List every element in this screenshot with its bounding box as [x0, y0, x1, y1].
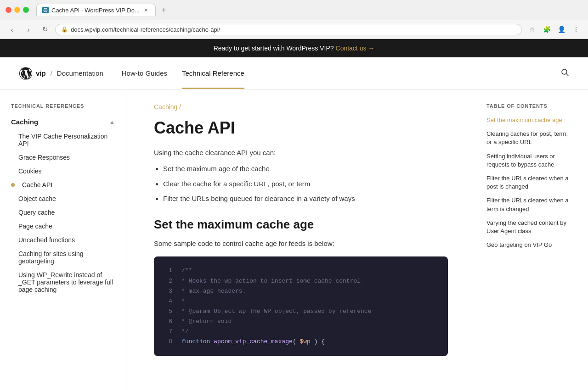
code-line-6: 6 * @return void — [165, 317, 437, 327]
code-text: * @return void — [181, 317, 232, 327]
maximize-button[interactable] — [23, 7, 29, 13]
sidebar-items: The VIP Cache Personalization API Grace … — [0, 129, 126, 296]
toc-title: TABLE OF CONTENTS — [486, 103, 575, 109]
address-bar[interactable]: 🔒 docs.wpvip.com/technical-references/ca… — [55, 24, 522, 35]
toc-link-geo-targeting[interactable]: Geo targeting on VIP Go — [486, 241, 575, 249]
code-line-4: 4 * — [165, 296, 437, 306]
breadcrumb: Caching / — [154, 103, 448, 111]
search-button[interactable] — [560, 68, 570, 78]
line-number: 6 — [165, 317, 172, 327]
browser-toolbar: ‹ › ↻ 🔒 docs.wpvip.com/technical-referen… — [0, 20, 588, 39]
toc-link-clearing-caches[interactable]: Clearing caches for post, term, or a spe… — [486, 130, 575, 146]
url-text: docs.wpvip.com/technical-references/cach… — [71, 26, 220, 33]
toc-item-1: Set the maximum cache age — [486, 116, 575, 124]
sidebar-item-page-cache[interactable]: Page cache — [18, 219, 126, 233]
feature-list: Set the maximum age of the cache Clear t… — [163, 164, 448, 204]
code-block: 1 /** 2 * Hooks the wp action to insert … — [154, 256, 448, 356]
logo-separator: / — [51, 69, 52, 77]
code-line-2: 2 * Hooks the wp action to insert some c… — [165, 276, 437, 286]
sidebar-group-label: Caching — [11, 118, 38, 126]
code-content[interactable]: 1 /** 2 * Hooks the wp action to insert … — [154, 256, 448, 356]
main-content: Caching / Cache API Using the cache clea… — [126, 89, 475, 390]
toc-link-bypass-cache[interactable]: Setting individual users or requests to … — [486, 152, 575, 169]
lock-icon: 🔒 — [61, 26, 68, 33]
sidebar-item-wp-rewrite[interactable]: Using WP_Rewrite instead of _GET paramet… — [18, 268, 126, 296]
sidebar: TECHNICAL REFERENCES Caching ▲ The VIP C… — [0, 89, 126, 390]
code-line-5: 5 * @param Object wp The WP object, pass… — [165, 306, 437, 317]
bullet-item-2: Clear the cache for a specific URL, post… — [163, 179, 448, 189]
code-line-8: 8 function wpcom_vip_cache_maxage( $wp )… — [165, 337, 437, 347]
code-text: * — [181, 296, 185, 306]
code-line-1: 1 /** — [165, 266, 437, 276]
sidebar-item-uncached-functions[interactable]: Uncached functions — [18, 233, 126, 247]
sidebar-item-object-cache[interactable]: Object cache — [18, 192, 126, 206]
sidebar-group-caching[interactable]: Caching ▲ — [0, 114, 126, 129]
new-tab-button[interactable]: + — [158, 5, 170, 16]
line-number: 2 — [165, 276, 172, 286]
sidebar-item-caching-geotargeting[interactable]: Caching for sites using geotargeting — [18, 247, 126, 268]
sidebar-item-grace-responses[interactable]: Grace Responses — [18, 150, 126, 164]
back-button[interactable]: ‹ — [6, 23, 18, 36]
minimize-button[interactable] — [14, 7, 20, 13]
toc-item-2: Clearing caches for post, term, or a spe… — [486, 130, 575, 146]
toc-item-6: Varying the cached content by User Agent… — [486, 219, 575, 235]
page-layout: TECHNICAL REFERENCES Caching ▲ The VIP C… — [0, 89, 588, 390]
logo-vip-text: vip — [36, 69, 46, 77]
sidebar-item-query-cache[interactable]: Query cache — [18, 206, 126, 219]
reload-button[interactable]: ↻ — [39, 23, 51, 36]
code-line-7: 7 */ — [165, 327, 437, 337]
line-number: 4 — [165, 296, 172, 306]
forward-button[interactable]: › — [22, 23, 35, 36]
toc-item-3: Setting individual users or requests to … — [486, 152, 575, 169]
traffic-lights — [6, 7, 29, 13]
line-number: 3 — [165, 286, 172, 296]
browser-titlebar: Cache API · WordPress VIP Do... ✕ + — [0, 0, 588, 20]
line-number: 1 — [165, 266, 172, 276]
toc-item-4: Filter the URLs cleared when a post is c… — [486, 174, 575, 191]
site-logo[interactable]: vip / Documentation — [18, 66, 103, 81]
intro-text: Using the cache clearance API you can: — [154, 149, 448, 156]
profile-button[interactable]: 👤 — [555, 23, 568, 36]
browser-chrome: Cache API · WordPress VIP Do... ✕ + ‹ › … — [0, 0, 588, 39]
line-number: 7 — [165, 327, 172, 337]
sidebar-item-vip-cache[interactable]: The VIP Cache Personalization API — [18, 129, 126, 150]
toc-link-urls-term[interactable]: Filter the URLs cleared when a term is c… — [486, 196, 575, 213]
bullet-item-3: Filter the URLs being queued for clearan… — [163, 194, 448, 204]
tab-close-button[interactable]: ✕ — [142, 6, 150, 14]
search-icon — [560, 68, 570, 77]
sidebar-item-cache-api[interactable]: Cache API — [18, 178, 126, 192]
toc-panel: TABLE OF CONTENTS Set the maximum cache … — [475, 89, 586, 390]
section-text-max-age: Some sample code to control cache age fo… — [154, 240, 448, 247]
toc-link-urls-post[interactable]: Filter the URLs cleared when a post is c… — [486, 174, 575, 191]
code-text: function wpcom_vip_cache_maxage( $wp ) { — [181, 337, 325, 347]
site-banner: Ready to get started with WordPress VIP?… — [0, 39, 588, 57]
close-button[interactable] — [6, 7, 11, 13]
svg-point-2 — [562, 69, 567, 74]
toc-link-user-agent[interactable]: Varying the cached content by User Agent… — [486, 219, 575, 235]
chevron-up-icon: ▲ — [109, 119, 115, 125]
toc-link-max-age[interactable]: Set the maximum cache age — [486, 116, 575, 124]
nav-how-to-guides[interactable]: How-to Guides — [122, 57, 167, 89]
bullet-item-1: Set the maximum age of the cache — [163, 164, 448, 174]
breadcrumb-caching[interactable]: Caching / — [154, 103, 181, 111]
logo-docs-text: Documentation — [57, 69, 103, 77]
tab-bar: Cache API · WordPress VIP Do... ✕ + — [36, 4, 582, 16]
tab-title: Cache API · WordPress VIP Do... — [51, 7, 140, 14]
browser-tab[interactable]: Cache API · WordPress VIP Do... ✕ — [36, 4, 156, 16]
nav-technical-reference[interactable]: Technical Reference — [182, 57, 244, 89]
code-line-3: 3 * max-age headers. — [165, 286, 437, 296]
bookmark-button[interactable]: ☆ — [526, 23, 538, 36]
site-navigation: How-to Guides Technical Reference — [122, 57, 244, 89]
wordpress-icon — [18, 66, 33, 81]
banner-cta[interactable]: Contact us → — [336, 45, 375, 52]
code-text: /** — [181, 266, 192, 276]
code-text: * @param Object wp The WP object, passed… — [181, 306, 371, 317]
sidebar-item-cookies[interactable]: Cookies — [18, 164, 126, 178]
extensions-button[interactable]: 🧩 — [540, 23, 553, 36]
line-number: 8 — [165, 337, 172, 347]
line-number: 5 — [165, 306, 172, 317]
section-title-max-age: Set the maximum cache age — [154, 217, 448, 233]
site-header: vip / Documentation How-to Guides Techni… — [0, 57, 588, 89]
menu-button[interactable]: ⋮ — [570, 23, 582, 36]
code-text: * max-age headers. — [181, 286, 246, 296]
